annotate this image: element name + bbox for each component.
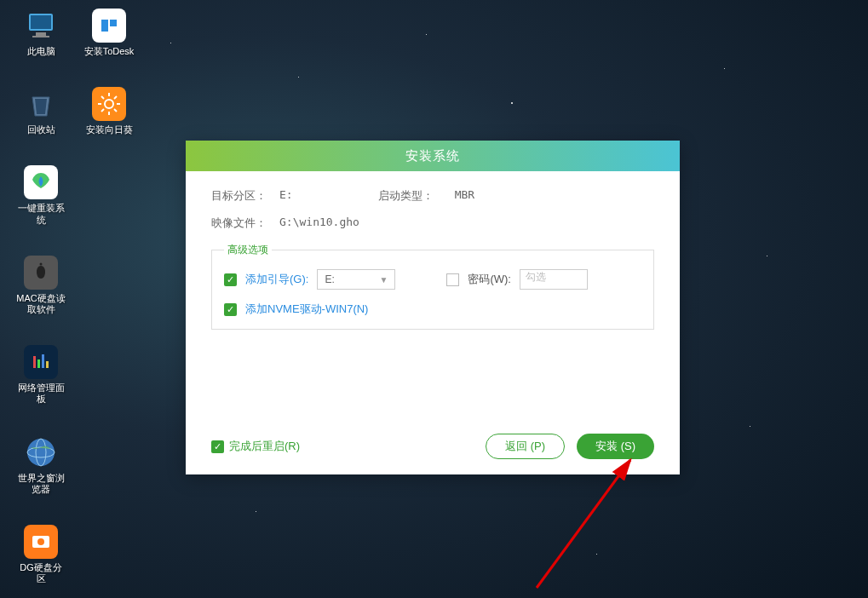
boot-drive-value: E:: [325, 273, 334, 285]
add-boot-label: 添加引导(G):: [245, 272, 308, 287]
desktop-icon-reinstall[interactable]: 一键重装系统: [15, 165, 66, 225]
todesk-icon: [92, 9, 126, 43]
apple-icon: [24, 256, 58, 290]
boot-drive-dropdown[interactable]: E: ▼: [317, 269, 395, 290]
desktop-icon-label: 安装向日葵: [86, 124, 133, 135]
dialog-title: 安装系统: [186, 141, 680, 171]
nvme-checkbox[interactable]: ✓: [224, 303, 237, 316]
svg-line-10: [114, 109, 117, 112]
svg-rect-15: [37, 359, 40, 368]
advanced-options-fieldset: 高级选项 ✓ 添加引导(G): E: ▼ 密码(W): 勾选 ✓ 添加NVME驱…: [211, 243, 654, 330]
install-system-dialog: 安装系统 目标分区： E: 启动类型： MBR 映像文件： G:\win10.g…: [186, 141, 680, 474]
desktop-icon-this-pc[interactable]: 此电脑: [15, 9, 66, 57]
boot-type-label: 启动类型：: [378, 188, 455, 204]
desktop-icon-label: 网络管理面板: [15, 382, 66, 405]
monitor-icon: [24, 9, 58, 43]
desktop-icon-recycle-bin[interactable]: 回收站: [15, 87, 66, 135]
svg-line-12: [114, 96, 117, 99]
svg-point-4: [105, 100, 113, 108]
partition-label: 目标分区：: [211, 188, 279, 204]
boot-type-value: MBR: [455, 188, 474, 204]
desktop-icon-label: MAC硬盘读取软件: [15, 293, 66, 315]
dialog-footer: ✓ 完成后重启(R) 返回 (P) 安装 (S): [186, 434, 680, 459]
restart-checkbox[interactable]: ✓: [211, 440, 224, 453]
desktop-icon-label: 回收站: [27, 124, 55, 135]
desktop-icon-label: DG硬盘分区: [15, 562, 66, 584]
desktop-icon-label: 此电脑: [27, 46, 55, 57]
password-label: 密码(W):: [468, 272, 511, 287]
image-file-value: G:\win10.gho: [279, 216, 359, 231]
advanced-legend: 高级选项: [224, 243, 272, 257]
desktop-icon-network-panel[interactable]: 网络管理面板: [15, 345, 66, 405]
image-file-label: 映像文件：: [211, 216, 279, 231]
svg-rect-1: [31, 15, 51, 29]
desktop-icon-label: 安装ToDesk: [84, 46, 135, 57]
globe-icon: [24, 435, 58, 469]
svg-line-11: [101, 109, 104, 112]
svg-line-23: [537, 460, 630, 588]
svg-point-13: [40, 262, 43, 265]
install-button[interactable]: 安装 (S): [577, 434, 654, 459]
svg-rect-17: [46, 361, 49, 368]
sunflower-icon: [92, 87, 126, 121]
network-panel-icon: [24, 345, 58, 379]
nvme-label: 添加NVME驱动-WIN7(N): [245, 302, 368, 317]
svg-point-22: [37, 538, 44, 545]
desktop-icon-browser[interactable]: 世界之窗浏览器: [15, 435, 66, 495]
desktop-icon-sunflower[interactable]: 安装向日葵: [83, 87, 135, 135]
dg-partition-icon: [24, 525, 58, 559]
reinstall-icon: [24, 165, 58, 199]
svg-rect-3: [32, 36, 49, 37]
svg-line-9: [101, 96, 104, 99]
password-input[interactable]: 勾选: [520, 269, 588, 290]
svg-point-18: [27, 439, 55, 466]
desktop-icon-dg-partition[interactable]: DG硬盘分区: [15, 525, 66, 584]
desktop-icon-mac-disk[interactable]: MAC硬盘读取软件: [15, 256, 66, 315]
password-checkbox[interactable]: [446, 273, 459, 286]
svg-rect-16: [42, 354, 44, 368]
svg-rect-14: [33, 356, 36, 368]
back-button[interactable]: 返回 (P): [486, 434, 565, 459]
desktop-icons-container: 此电脑 安装ToDesk 回收站 安装向日葵 一键重装系统: [15, 9, 135, 584]
restart-label: 完成后重启(R): [229, 439, 300, 454]
dialog-body: 目标分区： E: 启动类型： MBR 映像文件： G:\win10.gho 高级…: [186, 171, 680, 330]
add-boot-checkbox[interactable]: ✓: [224, 273, 237, 286]
desktop-icon-label: 一键重装系统: [15, 203, 66, 225]
svg-rect-2: [36, 32, 46, 36]
desktop-icon-todesk[interactable]: 安装ToDesk: [83, 9, 135, 57]
desktop-icon-label: 世界之窗浏览器: [15, 473, 66, 495]
caret-down-icon: ▼: [379, 275, 388, 285]
recycle-bin-icon: [24, 87, 58, 121]
partition-value: E:: [279, 188, 293, 204]
